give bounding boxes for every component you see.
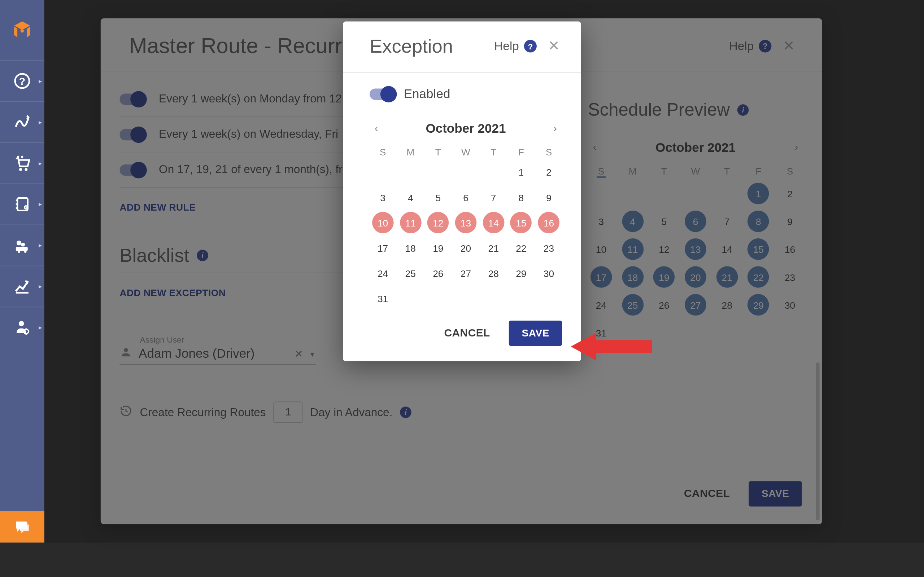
help-icon: ? xyxy=(524,40,537,52)
calendar-day[interactable]: 13 xyxy=(455,212,477,233)
chevron-right-icon: ▸ xyxy=(39,160,42,167)
chevron-right-icon: ▸ xyxy=(39,324,42,331)
calendar-day[interactable]: 16 xyxy=(538,212,560,233)
calendar-day[interactable]: 26 xyxy=(425,263,451,284)
calendar-day[interactable]: 17 xyxy=(370,237,396,259)
calendar-day[interactable]: 9 xyxy=(536,187,562,208)
svg-text:?: ? xyxy=(19,76,25,87)
svg-point-12 xyxy=(24,251,27,253)
help-link[interactable]: Help ? xyxy=(494,39,537,53)
chevron-right-icon: ▸ xyxy=(39,283,42,290)
calendar-day[interactable]: 6 xyxy=(452,187,479,208)
calendar-day[interactable]: 1 xyxy=(508,161,534,183)
calendar-dow: W xyxy=(452,147,479,158)
calendar-day[interactable]: 31 xyxy=(370,288,396,309)
chevron-right-icon: ▸ xyxy=(39,119,42,126)
calendar-day[interactable]: 2 xyxy=(536,161,562,183)
nav-routes[interactable]: ▸ xyxy=(0,102,44,142)
calendar-day[interactable]: 19 xyxy=(425,237,451,259)
calendar-day[interactable]: 3 xyxy=(370,187,396,208)
exception-modal: Exception Help ? ✕ Enabled ‹ October 202… xyxy=(343,22,581,361)
chevron-right-icon: ▸ xyxy=(39,77,42,84)
nav-addressbook[interactable]: ▸ xyxy=(0,183,44,224)
sidebar: ? ▸ ▸ ▸ ▸ ▸ ▸ ▸ xyxy=(0,0,44,542)
nav-chat[interactable] xyxy=(0,511,44,543)
calendar-day[interactable]: 10 xyxy=(372,212,394,233)
calendar-day[interactable]: 24 xyxy=(370,263,396,284)
svg-point-7 xyxy=(26,206,27,208)
exception-title: Exception xyxy=(370,35,453,57)
exception-calendar: ‹ October 2021 › SMTWTFS1234567891011121… xyxy=(370,120,562,309)
calendar-day[interactable]: 25 xyxy=(397,263,424,284)
prev-month-button[interactable]: ‹ xyxy=(370,120,383,137)
help-label: Help xyxy=(494,39,519,53)
calendar-day[interactable]: 5 xyxy=(425,187,451,208)
nav-fleet[interactable]: ▸ xyxy=(0,224,44,266)
calendar-day[interactable]: 23 xyxy=(536,237,562,259)
calendar-dow: M xyxy=(397,147,424,158)
calendar-day[interactable]: 18 xyxy=(397,237,424,259)
svg-point-13 xyxy=(19,321,24,326)
enabled-toggle[interactable] xyxy=(370,89,395,100)
svg-rect-10 xyxy=(16,247,28,251)
calendar-day[interactable]: 27 xyxy=(452,263,479,284)
calendar-day[interactable]: 28 xyxy=(480,263,507,284)
save-button[interactable]: SAVE xyxy=(509,321,562,346)
nav-orders[interactable]: ▸ xyxy=(0,142,44,184)
svg-point-11 xyxy=(18,251,20,253)
calendar-day[interactable]: 21 xyxy=(480,237,507,259)
calendar-dow: S xyxy=(536,147,562,158)
calendar-day[interactable]: 22 xyxy=(508,237,534,259)
calendar-day[interactable]: 30 xyxy=(536,263,562,284)
calendar-dow: T xyxy=(480,147,507,158)
svg-point-0 xyxy=(21,29,24,32)
cancel-button[interactable]: CANCEL xyxy=(439,321,495,346)
calendar-day[interactable]: 12 xyxy=(427,212,449,233)
calendar-day[interactable]: 29 xyxy=(508,263,534,284)
calendar-dow: T xyxy=(425,147,451,158)
exception-month-label: October 2021 xyxy=(426,121,506,135)
calendar-dow: F xyxy=(508,147,534,158)
next-month-button[interactable]: › xyxy=(549,120,562,137)
calendar-day[interactable]: 8 xyxy=(508,187,534,208)
calendar-day[interactable]: 14 xyxy=(483,212,504,233)
nav-analytics[interactable]: ▸ xyxy=(0,266,44,306)
calendar-dow: S xyxy=(370,147,396,158)
svg-point-9 xyxy=(21,243,25,247)
calendar-day[interactable]: 11 xyxy=(399,212,421,233)
svg-point-4 xyxy=(24,168,27,171)
enabled-label: Enabled xyxy=(404,87,451,101)
calendar-day[interactable]: 7 xyxy=(480,187,507,208)
calendar-day[interactable]: 4 xyxy=(397,187,424,208)
svg-point-3 xyxy=(19,168,22,171)
chevron-right-icon: ▸ xyxy=(39,242,42,249)
svg-point-8 xyxy=(16,240,21,245)
calendar-day[interactable]: 15 xyxy=(510,212,532,233)
logo xyxy=(0,0,44,60)
close-button[interactable]: ✕ xyxy=(545,38,562,55)
logo-icon xyxy=(9,16,36,43)
nav-user-settings[interactable]: ▸ xyxy=(0,306,44,348)
nav-help[interactable]: ? ▸ xyxy=(0,60,44,102)
chevron-right-icon: ▸ xyxy=(39,201,42,208)
calendar-day[interactable]: 20 xyxy=(452,237,479,259)
